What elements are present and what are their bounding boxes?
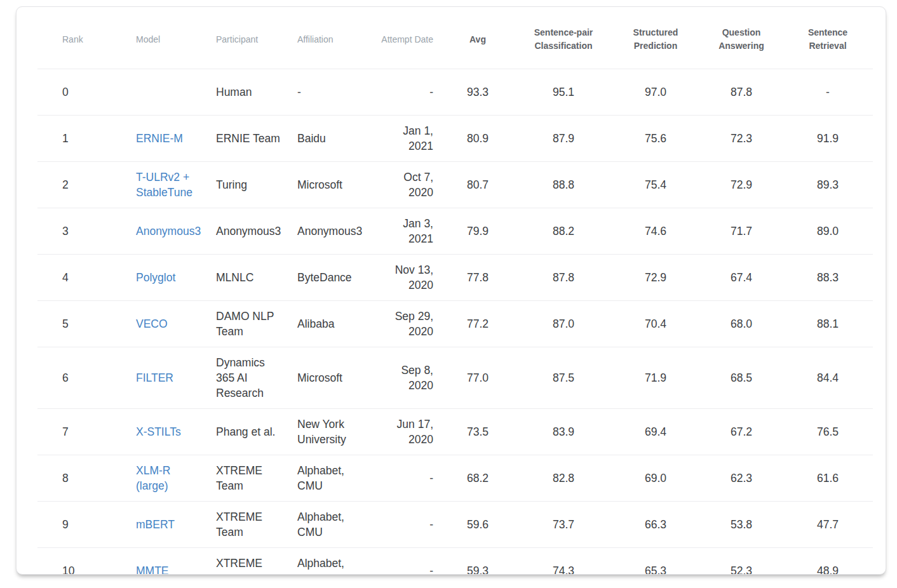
- sp-cell: 66.3: [611, 502, 700, 548]
- header-row: RankModelParticipantAffiliationAttempt D…: [37, 7, 873, 69]
- attempt_date-cell: Sep 29, 2020: [370, 301, 440, 347]
- model-link[interactable]: VECO: [136, 317, 168, 330]
- affiliation-cell: Microsoft: [291, 162, 370, 208]
- affiliation-cell: Alphabet, CMU: [291, 502, 370, 548]
- qa-cell: 87.8: [700, 69, 783, 116]
- attempt_date-cell: Oct 7, 2020: [370, 162, 440, 208]
- table-header: RankModelParticipantAffiliationAttempt D…: [37, 7, 873, 69]
- sp-cell: 97.0: [611, 69, 700, 116]
- sr-cell: -: [783, 69, 873, 116]
- participant-cell: XTREME Team: [210, 548, 291, 575]
- model-cell: XLM-R (large): [130, 455, 210, 502]
- table-row: 5VECODAMO NLP TeamAlibabaSep 29, 202077.…: [37, 301, 873, 347]
- affiliation-cell: Alibaba: [291, 301, 370, 347]
- model-link[interactable]: MMTE: [136, 565, 169, 575]
- sp-cell: 72.9: [611, 255, 700, 301]
- qa-cell: 72.9: [700, 162, 783, 208]
- table-row: 1ERNIE-MERNIE TeamBaiduJan 1, 202180.987…: [37, 116, 873, 162]
- leaderboard-card: RankModelParticipantAffiliationAttempt D…: [16, 6, 886, 575]
- participant-cell: Turing: [210, 162, 291, 208]
- sp-cell: 65.3: [611, 548, 700, 575]
- sr-cell: 89.0: [783, 208, 873, 255]
- model-cell: T-ULRv2 + StableTune: [130, 162, 210, 208]
- attempt_date-cell: Jan 3, 2021: [370, 208, 440, 255]
- col-header-affiliation: Affiliation: [291, 7, 370, 69]
- col-header-attempt_date: Attempt Date: [370, 7, 440, 69]
- model-cell: X-STILTs: [130, 409, 210, 455]
- rank-cell: 1: [37, 116, 130, 162]
- table-row: 3Anonymous3Anonymous3Anonymous3Jan 3, 20…: [37, 208, 873, 255]
- participant-cell: Phang et al.: [210, 409, 291, 455]
- col-header-sr: Sentence Retrieval: [783, 7, 873, 69]
- spc-cell: 95.1: [516, 69, 611, 116]
- model-cell: mBERT: [130, 502, 210, 548]
- attempt_date-cell: Jan 1, 2021: [370, 116, 440, 162]
- qa-cell: 67.4: [700, 255, 783, 301]
- col-header-avg: Avg: [440, 7, 516, 69]
- spc-cell: 87.9: [516, 116, 611, 162]
- table-body: 0Human--93.395.197.087.8-1ERNIE-MERNIE T…: [37, 69, 873, 575]
- participant-cell: DAMO NLP Team: [210, 301, 291, 347]
- model-link[interactable]: X-STILTs: [136, 425, 181, 438]
- sp-cell: 69.0: [611, 455, 700, 502]
- qa-cell: 71.7: [700, 208, 783, 255]
- rank-cell: 8: [37, 455, 130, 502]
- qa-cell: 62.3: [700, 455, 783, 502]
- sr-cell: 61.6: [783, 455, 873, 502]
- sp-cell: 70.4: [611, 301, 700, 347]
- qa-cell: 53.8: [700, 502, 783, 548]
- sp-cell: 75.4: [611, 162, 700, 208]
- rank-cell: 5: [37, 301, 130, 347]
- avg-cell: 59.6: [440, 502, 516, 548]
- participant-cell: MLNLC: [210, 255, 291, 301]
- qa-cell: 72.3: [700, 116, 783, 162]
- sr-cell: 91.9: [783, 116, 873, 162]
- avg-cell: 80.7: [440, 162, 516, 208]
- spc-cell: 87.0: [516, 301, 611, 347]
- attempt_date-cell: Sep 8, 2020: [370, 347, 440, 409]
- attempt_date-cell: -: [370, 548, 440, 575]
- rank-cell: 2: [37, 162, 130, 208]
- spc-cell: 74.3: [516, 548, 611, 575]
- col-header-participant: Participant: [210, 7, 291, 69]
- sp-cell: 71.9: [611, 347, 700, 409]
- qa-cell: 52.3: [700, 548, 783, 575]
- avg-cell: 80.9: [440, 116, 516, 162]
- attempt_date-cell: -: [370, 455, 440, 502]
- affiliation-cell: -: [291, 69, 370, 116]
- affiliation-cell: Baidu: [291, 116, 370, 162]
- affiliation-cell: New York University: [291, 409, 370, 455]
- sr-cell: 47.7: [783, 502, 873, 548]
- sr-cell: 48.9: [783, 548, 873, 575]
- avg-cell: 77.0: [440, 347, 516, 409]
- qa-cell: 67.2: [700, 409, 783, 455]
- model-link[interactable]: ERNIE-M: [136, 132, 183, 145]
- spc-cell: 83.9: [516, 409, 611, 455]
- sr-cell: 76.5: [783, 409, 873, 455]
- participant-cell: XTREME Team: [210, 455, 291, 502]
- model-cell: Polyglot: [130, 255, 210, 301]
- col-header-spc: Sentence-pair Classification: [516, 7, 611, 69]
- model-link[interactable]: T-ULRv2 + StableTune: [136, 171, 192, 199]
- sr-cell: 84.4: [783, 347, 873, 409]
- participant-cell: Dynamics 365 AI Research: [210, 347, 291, 409]
- avg-cell: 77.8: [440, 255, 516, 301]
- table-row: 9mBERTXTREME TeamAlphabet, CMU-59.673.76…: [37, 502, 873, 548]
- model-link[interactable]: Anonymous3: [136, 225, 201, 237]
- model-link[interactable]: Polyglot: [136, 271, 175, 284]
- attempt_date-cell: Nov 13, 2020: [370, 255, 440, 301]
- affiliation-cell: ByteDance: [291, 255, 370, 301]
- spc-cell: 82.8: [516, 455, 611, 502]
- spc-cell: 87.5: [516, 347, 611, 409]
- affiliation-cell: Anonymous3: [291, 208, 370, 255]
- rank-cell: 0: [37, 69, 130, 116]
- spc-cell: 88.2: [516, 208, 611, 255]
- rank-cell: 4: [37, 255, 130, 301]
- attempt_date-cell: -: [370, 502, 440, 548]
- model-link[interactable]: XLM-R (large): [136, 464, 170, 492]
- rank-cell: 10: [37, 548, 130, 575]
- attempt_date-cell: Jun 17, 2020: [370, 409, 440, 455]
- model-link[interactable]: mBERT: [136, 518, 175, 531]
- model-link[interactable]: FILTER: [136, 371, 173, 384]
- model-cell: FILTER: [130, 347, 210, 409]
